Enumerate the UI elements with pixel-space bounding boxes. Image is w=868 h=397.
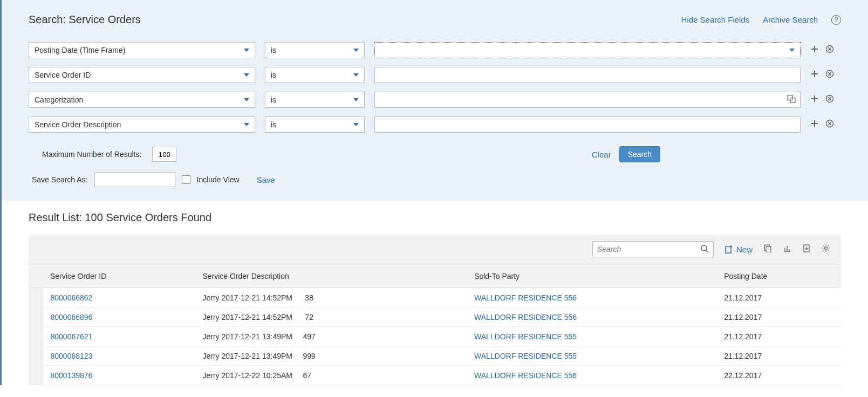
- cell-desc: Jerry 2017-12-22 10:25AM 67: [194, 366, 466, 385]
- hide-search-fields-link[interactable]: Hide Search Fields: [681, 15, 750, 24]
- service-order-link[interactable]: 8000066896: [51, 313, 93, 321]
- service-order-link[interactable]: 8000066862: [51, 293, 93, 302]
- help-icon[interactable]: ?: [831, 15, 841, 25]
- page-title: Search: Service Orders: [29, 13, 141, 26]
- include-view-label: Include View: [197, 175, 240, 184]
- chevron-down-icon: [244, 49, 249, 52]
- criteria-operator-select[interactable]: is: [265, 117, 365, 133]
- cell-desc: Jerry 2017-12-21 13:49PM 999: [194, 346, 466, 366]
- cell-id: 8000067621: [42, 327, 194, 346]
- criteria-operator-select[interactable]: is: [265, 42, 365, 58]
- criteria-value-input[interactable]: [374, 117, 801, 133]
- cell-party: WALLDORF RESIDENCE 556: [466, 288, 716, 307]
- cell-date: 21.12.2017: [716, 327, 841, 346]
- results-table: Service Order ID Service Order Descripti…: [29, 264, 841, 385]
- search-icon[interactable]: [700, 244, 709, 255]
- chart-icon[interactable]: [783, 244, 791, 255]
- remove-row-icon[interactable]: [825, 70, 834, 81]
- criteria-operator-select[interactable]: is: [265, 92, 365, 108]
- add-row-icon[interactable]: [810, 45, 819, 56]
- remove-row-icon[interactable]: [825, 94, 834, 106]
- table-row[interactable]: 8000066896Jerry 2017-12-21 14:52PM 72WAL…: [29, 307, 841, 327]
- criteria-operator-select[interactable]: is: [265, 67, 365, 83]
- cell-party: WALLDORF RESIDENCE 555: [466, 327, 716, 346]
- table-header-row: Service Order ID Service Order Descripti…: [29, 264, 841, 288]
- chevron-down-icon: [353, 73, 359, 77]
- col-party[interactable]: Sold-To Party: [466, 264, 716, 288]
- result-title: Result List: 100 Service Orders Found: [29, 211, 841, 224]
- remove-row-icon[interactable]: [825, 119, 834, 131]
- add-row-icon[interactable]: [810, 94, 819, 106]
- cell-id: 8000066862: [42, 288, 194, 307]
- table-search-box[interactable]: [592, 241, 714, 257]
- criteria-field-select[interactable]: Service Order ID: [29, 67, 255, 83]
- sold-to-party-link[interactable]: WALLDORF RESIDENCE 556: [474, 313, 577, 321]
- criteria-field-select[interactable]: Service Order Description: [29, 117, 255, 133]
- cell-id: 8000068123: [42, 346, 194, 366]
- chevron-down-icon: [353, 49, 359, 52]
- row-selector[interactable]: [29, 366, 42, 385]
- gear-icon[interactable]: [822, 244, 830, 255]
- sold-to-party-link[interactable]: WALLDORF RESIDENCE 555: [474, 332, 577, 341]
- clear-button[interactable]: Clear: [592, 150, 611, 159]
- cell-date: 22.12.2017: [716, 366, 841, 385]
- service-order-link[interactable]: 8000139876: [51, 371, 93, 380]
- result-toolbar: New: [29, 235, 841, 264]
- value-help-icon[interactable]: [787, 95, 796, 105]
- remove-row-icon[interactable]: [825, 45, 834, 56]
- copy-icon[interactable]: [763, 244, 772, 255]
- include-view-checkbox[interactable]: [182, 175, 190, 184]
- col-id[interactable]: Service Order ID: [42, 264, 194, 288]
- chevron-down-icon: [789, 49, 795, 52]
- table-search-input[interactable]: [597, 245, 700, 254]
- criteria-row: Service Order Descriptionis: [29, 117, 841, 133]
- new-icon: [725, 245, 733, 254]
- row-selector[interactable]: [29, 327, 42, 346]
- sold-to-party-link[interactable]: WALLDORF RESIDENCE 556: [474, 371, 577, 380]
- row-selector[interactable]: [29, 288, 42, 307]
- chevron-down-icon: [353, 123, 359, 126]
- save-as-input[interactable]: [94, 172, 175, 187]
- criteria-value-input[interactable]: [374, 67, 801, 83]
- criteria-field-select[interactable]: Posting Date (Time Frame): [29, 42, 255, 58]
- cell-date: 21.12.2017: [716, 307, 841, 327]
- criteria-field-select[interactable]: Categorization: [29, 92, 255, 108]
- add-row-icon[interactable]: [810, 70, 819, 81]
- cell-party: WALLDORF RESIDENCE 556: [466, 366, 716, 385]
- criteria-value-select[interactable]: [374, 42, 801, 58]
- export-icon[interactable]: [802, 244, 811, 255]
- svg-line-23: [706, 250, 708, 252]
- sold-to-party-link[interactable]: WALLDORF RESIDENCE 555: [474, 352, 577, 360]
- cell-date: 21.12.2017: [716, 346, 841, 366]
- save-button[interactable]: Save: [257, 175, 275, 184]
- col-date[interactable]: Posting Date: [716, 264, 841, 288]
- max-results-input[interactable]: [152, 147, 176, 162]
- table-row[interactable]: 8000139876Jerry 2017-12-22 10:25AM 67WAL…: [29, 366, 841, 385]
- archive-search-link[interactable]: Archive Search: [763, 15, 818, 24]
- chevron-down-icon: [353, 98, 359, 101]
- new-button[interactable]: New: [725, 245, 753, 254]
- svg-point-35: [825, 247, 828, 250]
- criteria-row-actions: [810, 70, 834, 81]
- cell-desc: Jerry 2017-12-21 14:52PM 38: [194, 288, 466, 307]
- criteria-row: Service Order IDis: [29, 67, 841, 83]
- add-row-icon[interactable]: [810, 119, 819, 131]
- svg-rect-28: [766, 247, 771, 252]
- criteria-value-input[interactable]: [374, 92, 801, 108]
- table-row[interactable]: 8000068123Jerry 2017-12-21 13:49PM 999WA…: [29, 346, 841, 366]
- sold-to-party-link[interactable]: WALLDORF RESIDENCE 556: [474, 293, 577, 302]
- col-desc[interactable]: Service Order Description: [194, 264, 466, 288]
- table-row[interactable]: 8000066862Jerry 2017-12-21 14:52PM 38WAL…: [29, 288, 841, 307]
- row-selector[interactable]: [29, 346, 42, 366]
- result-panel: Result List: 100 Service Orders Found Ne…: [2, 201, 868, 385]
- service-order-link[interactable]: 8000067621: [51, 332, 93, 341]
- service-order-link[interactable]: 8000068123: [51, 352, 93, 360]
- table-row[interactable]: 8000067621Jerry 2017-12-21 13:49PM 497WA…: [29, 327, 841, 346]
- row-selector[interactable]: [29, 307, 42, 327]
- cell-id: 8000066896: [42, 307, 194, 327]
- save-as-label: Save Search As:: [32, 175, 88, 184]
- search-button[interactable]: Search: [619, 146, 660, 162]
- criteria-row-actions: [810, 94, 834, 106]
- criteria-row-actions: [810, 45, 834, 56]
- cell-desc: Jerry 2017-12-21 13:49PM 497: [194, 327, 466, 346]
